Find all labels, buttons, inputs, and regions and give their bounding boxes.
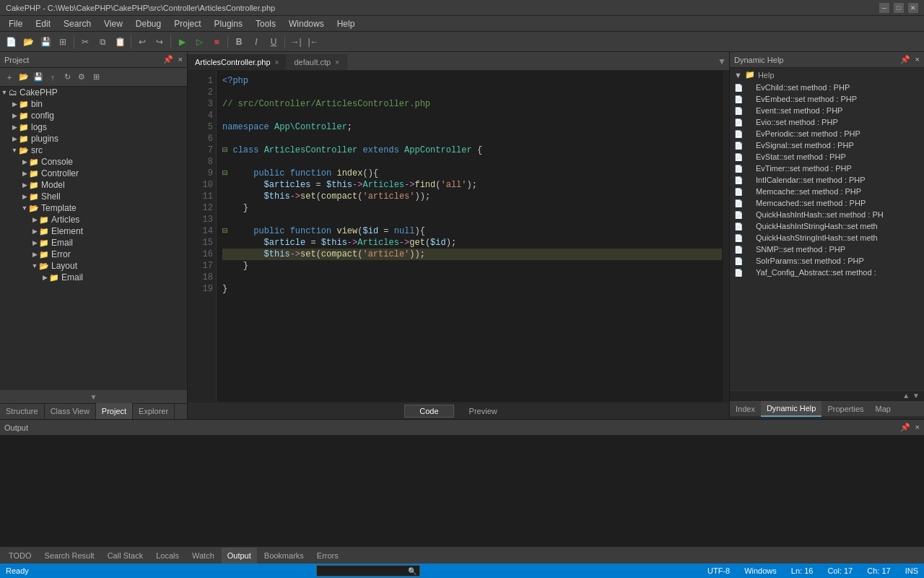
tree-arrow-controller[interactable]: ▶ bbox=[20, 170, 29, 177]
left-tab-explorer[interactable]: Explorer bbox=[133, 403, 175, 419]
project-up-button[interactable]: ↑ bbox=[46, 71, 59, 84]
help-item[interactable]: 📄QuickHashIntHash::set method : PH bbox=[730, 209, 924, 220]
indent-button[interactable]: →| bbox=[288, 34, 304, 50]
undo-button[interactable]: ↩ bbox=[134, 34, 150, 50]
tree-item-email[interactable]: ▶📁Email bbox=[0, 237, 187, 249]
left-tab-project[interactable]: Project bbox=[96, 403, 133, 419]
help-item[interactable]: 📄QuickHashStringIntHash::set meth bbox=[730, 232, 924, 243]
tree-item-logs[interactable]: ▶📁logs bbox=[0, 121, 187, 133]
tree-item-layout-email[interactable]: ▶📁Email bbox=[0, 272, 187, 283]
tree-item-element[interactable]: ▶📁Element bbox=[0, 225, 187, 237]
cut-button[interactable]: ✂ bbox=[77, 34, 93, 50]
help-item[interactable]: 📄EvSignal::set method : PHP bbox=[730, 139, 924, 151]
tree-arrow-model[interactable]: ▶ bbox=[20, 181, 29, 189]
menu-plugins[interactable]: Plugins bbox=[209, 16, 248, 32]
editor-tab-close-articles-controller[interactable]: × bbox=[275, 59, 279, 66]
menu-debug[interactable]: Debug bbox=[130, 16, 167, 32]
tree-item-config[interactable]: ▶📁config bbox=[0, 110, 187, 121]
tree-arrow-layout-email[interactable]: ▶ bbox=[40, 274, 49, 281]
left-tab-class-view[interactable]: Class View bbox=[45, 403, 96, 419]
preview-tab[interactable]: Preview bbox=[454, 405, 513, 418]
tree-item-model[interactable]: ▶📁Model bbox=[0, 179, 187, 191]
project-settings-button[interactable]: ⚙ bbox=[75, 71, 88, 84]
maximize-button[interactable]: □ bbox=[894, 3, 904, 13]
output-tab-locals[interactable]: Locals bbox=[150, 548, 185, 564]
help-item[interactable]: 📄EvStat::set method : PHP bbox=[730, 151, 924, 163]
outdent-button[interactable]: |← bbox=[305, 34, 321, 50]
tree-arrow-plugins[interactable]: ▶ bbox=[10, 135, 19, 142]
editor-tab-articles-controller[interactable]: ArticlesController.php× bbox=[188, 54, 287, 70]
tree-arrow-src[interactable]: ▼ bbox=[10, 147, 19, 154]
right-tab-properties[interactable]: Properties bbox=[821, 401, 869, 417]
left-panel-scroll-down[interactable]: ▼ bbox=[0, 390, 187, 403]
right-tab-index[interactable]: Index bbox=[730, 401, 761, 417]
help-item[interactable]: 📄EvPeriodic::set method : PHP bbox=[730, 128, 924, 139]
help-item[interactable]: 📄Evio::set method : PHP bbox=[730, 116, 924, 128]
output-tab-watch[interactable]: Watch bbox=[186, 548, 220, 564]
code-area[interactable]: <?php // src/Controller/ArticlesControll… bbox=[217, 71, 729, 402]
search-icon[interactable]: 🔍 bbox=[408, 567, 417, 575]
output-pin-icon[interactable]: 📌 bbox=[900, 423, 910, 431]
collapse-marker-9[interactable]: ⊟ bbox=[222, 168, 232, 178]
help-item[interactable]: 📄Event::set method : PHP bbox=[730, 105, 924, 116]
help-item[interactable]: 📄Memcache::set method : PHP bbox=[730, 186, 924, 197]
right-tab-map[interactable]: Map bbox=[870, 401, 897, 417]
save-button[interactable]: 💾 bbox=[38, 34, 53, 50]
menu-help[interactable]: Help bbox=[331, 16, 361, 32]
output-tab-bookmarks[interactable]: Bookmarks bbox=[258, 548, 310, 564]
tree-item-articles[interactable]: ▶📁Articles bbox=[0, 214, 187, 225]
menu-edit[interactable]: Edit bbox=[30, 16, 56, 32]
bold-button[interactable]: B bbox=[231, 34, 247, 50]
project-filter-button[interactable]: ⊞ bbox=[90, 71, 103, 84]
italic-button[interactable]: I bbox=[248, 34, 264, 50]
tree-item-plugins[interactable]: ▶📁plugins bbox=[0, 133, 187, 144]
project-open-folder-button[interactable]: 📂 bbox=[17, 71, 30, 84]
output-tab-call-stack[interactable]: Call Stack bbox=[102, 548, 149, 564]
dynhelp-pin-icon[interactable]: 📌 bbox=[900, 55, 910, 64]
new-file-button[interactable]: 📄 bbox=[3, 34, 19, 50]
tree-arrow-articles[interactable]: ▶ bbox=[30, 216, 39, 223]
help-item[interactable]: 📄EvChild::set method : PHP bbox=[730, 82, 924, 93]
help-item[interactable]: 📄EvTimer::set method : PHP bbox=[730, 163, 924, 174]
copy-button[interactable]: ⧉ bbox=[95, 34, 110, 50]
code-tab[interactable]: Code bbox=[404, 405, 453, 418]
tree-item-console[interactable]: ▶📁Console bbox=[0, 156, 187, 168]
help-item[interactable]: 📄QuickHashIntStringHash::set meth bbox=[730, 220, 924, 232]
help-item[interactable]: 📄Memcached::set method : PHP bbox=[730, 197, 924, 209]
tree-item-shell[interactable]: ▶📁Shell bbox=[0, 191, 187, 202]
save-all-button[interactable]: ⊞ bbox=[55, 34, 71, 50]
help-root-item[interactable]: ▼ 📁 Help bbox=[730, 68, 924, 82]
collapse-marker-14[interactable]: ⊟ bbox=[222, 226, 232, 236]
menu-search[interactable]: Search bbox=[58, 16, 97, 32]
right-tab-dynamic-help[interactable]: Dynamic Help bbox=[761, 401, 821, 417]
underline-button[interactable]: U bbox=[266, 34, 282, 50]
menu-tools[interactable]: Tools bbox=[250, 16, 282, 32]
debug-button[interactable]: ▷ bbox=[191, 34, 207, 50]
tree-arrow-template[interactable]: ▼ bbox=[20, 204, 29, 212]
tree-item-template[interactable]: ▼📂Template bbox=[0, 202, 187, 214]
menu-view[interactable]: View bbox=[98, 16, 128, 32]
output-tab-output[interactable]: Output bbox=[222, 548, 257, 564]
tree-item-error[interactable]: ▶📁Error bbox=[0, 249, 187, 260]
redo-button[interactable]: ↪ bbox=[152, 34, 167, 50]
editor-tab-default-ctp[interactable]: default.ctp× bbox=[287, 54, 347, 70]
help-item[interactable]: 📄Yaf_Config_Abstract::set method : bbox=[730, 267, 924, 278]
project-pin-icon[interactable]: 📌 bbox=[163, 55, 173, 64]
help-item[interactable]: 📄SolrParams::set method : PHP bbox=[730, 255, 924, 267]
project-new-button[interactable]: + bbox=[3, 71, 16, 84]
tree-arrow-config[interactable]: ▶ bbox=[10, 112, 19, 119]
scroll-down-icon[interactable]: ▼ bbox=[911, 392, 921, 400]
editor-tab-close-default-ctp[interactable]: × bbox=[335, 59, 339, 66]
tree-item-bin[interactable]: ▶📁bin bbox=[0, 98, 187, 110]
menu-file[interactable]: File bbox=[3, 16, 28, 32]
minimize-button[interactable]: ─ bbox=[879, 3, 889, 13]
stop-button[interactable]: ■ bbox=[209, 34, 225, 50]
output-tab-errors[interactable]: Errors bbox=[311, 548, 344, 564]
editor-tabs-dropdown[interactable]: ▼ bbox=[715, 56, 729, 66]
tree-item-cakephp-root[interactable]: ▼🗂CakePHP bbox=[0, 87, 187, 98]
collapse-marker-7[interactable]: ⊟ bbox=[222, 145, 232, 155]
close-button[interactable]: ✕ bbox=[908, 3, 918, 13]
project-save-button[interactable]: 💾 bbox=[32, 71, 45, 84]
tree-item-layout[interactable]: ▼📂Layout bbox=[0, 260, 187, 272]
tree-arrow-cakephp-root[interactable]: ▼ bbox=[0, 89, 9, 96]
